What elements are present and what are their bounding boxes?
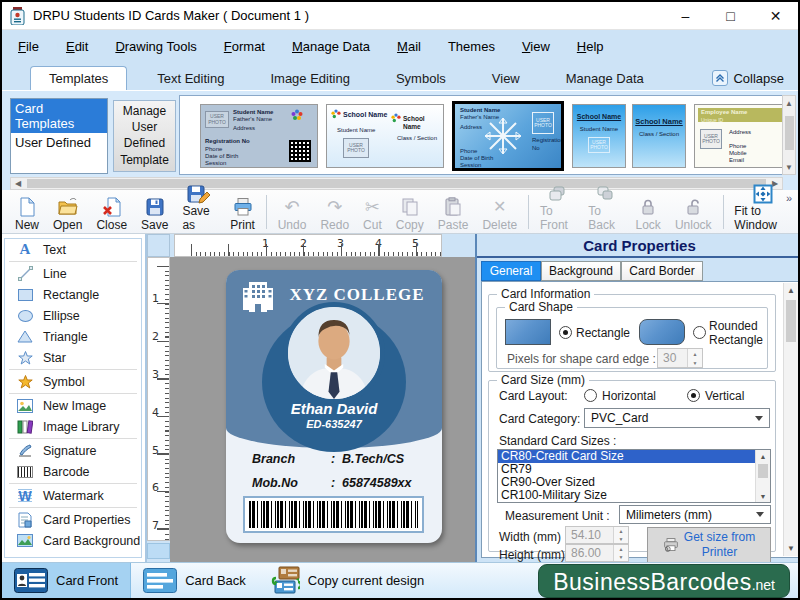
card-front-button[interactable]: Card Front (2, 563, 131, 599)
sidebar-item-new-image[interactable]: New Image (5, 395, 141, 416)
open-button[interactable]: Open (46, 192, 89, 232)
close-button[interactable]: ✕ (753, 2, 798, 29)
sidebar-item-text[interactable]: A Text (5, 239, 141, 260)
list-item-card-templates[interactable]: Card Templates (11, 99, 107, 133)
rounded-rectangle-radio[interactable] (693, 326, 706, 339)
tab-general[interactable]: General (481, 261, 541, 281)
scroll-down-icon[interactable]: ▼ (783, 160, 795, 174)
tab-text-editing[interactable]: Text Editing (141, 67, 240, 90)
card-mobile-row[interactable]: Mob.No : 65874589xx (252, 476, 430, 490)
template-thumb[interactable]: School Name Student Name USER PHOTO Scho… (326, 104, 444, 168)
sidebar-item-rectangle[interactable]: Rectangle (5, 284, 141, 305)
template-category-list[interactable]: Card Templates User Defined (10, 98, 108, 174)
id-card-design[interactable]: XYZ COLLEGE Ethan David ED-635247 Branch… (226, 270, 442, 543)
list-item-user-defined[interactable]: User Defined (11, 133, 107, 152)
spinner-arrows-icon[interactable]: ▲▼ (613, 527, 628, 543)
save-button[interactable]: Save (134, 192, 175, 232)
close-document-button[interactable]: Close (89, 192, 134, 232)
card-barcode[interactable] (243, 496, 424, 533)
menu-item-view[interactable]: View (522, 39, 550, 54)
sidebar-item-signature[interactable]: Signature (5, 440, 141, 461)
tab-symbols[interactable]: Symbols (380, 67, 462, 90)
spinner-arrows-icon[interactable]: ▲▼ (613, 545, 628, 561)
card-photo[interactable] (283, 302, 385, 404)
tab-view[interactable]: View (476, 67, 536, 90)
tab-templates[interactable]: Templates (30, 66, 127, 90)
scroll-up-icon[interactable]: ▲ (783, 96, 795, 110)
menu-item-help[interactable]: Help (577, 39, 604, 54)
list-item[interactable]: CR80-Credit Card Size (498, 450, 770, 463)
template-thumb[interactable]: Employee Name Unique ID USER PHOTO Addre… (694, 104, 783, 168)
maximize-button[interactable]: □ (708, 2, 753, 29)
card-holder-id[interactable]: ED-635247 (226, 418, 442, 430)
rounded-rectangle-shape-swatch[interactable] (639, 319, 685, 345)
sidebar-item-star[interactable]: Star (5, 347, 141, 368)
redo-button[interactable]: ↷ Redo (313, 192, 356, 232)
menu-item-themes[interactable]: Themes (448, 39, 495, 54)
to-back-button[interactable]: To Back (581, 192, 628, 232)
template-thumb-selected[interactable]: Student Name Father's Name Address USER … (452, 101, 564, 171)
save-as-button[interactable]: Save as (175, 192, 223, 232)
copy-current-design-button[interactable]: Copy current design (258, 563, 436, 599)
delete-button[interactable]: ✕ Delete (475, 192, 524, 232)
sidebar-item-card-properties[interactable]: Card Properties (5, 509, 141, 530)
height-input[interactable]: 86.00 ▲▼ (565, 544, 629, 562)
sidebar-item-barcode[interactable]: Barcode (5, 461, 141, 482)
undo-button[interactable]: ↶ Undo (271, 192, 314, 232)
to-front-button[interactable]: To Front (533, 192, 581, 232)
panel-scrollbar[interactable]: ▲ ▼ (783, 283, 798, 556)
sidebar-item-line[interactable]: Line (5, 263, 141, 284)
menu-item-edit[interactable]: Edit (66, 39, 88, 54)
sidebar-item-ellipse[interactable]: Ellipse (5, 305, 141, 326)
lock-button[interactable]: Lock (629, 192, 668, 232)
menu-item-format[interactable]: Format (224, 39, 265, 54)
minimize-button[interactable]: – (663, 2, 708, 29)
paste-button[interactable]: Paste (431, 192, 476, 232)
scroll-up-icon[interactable]: ▲ (756, 450, 770, 462)
template-horizontal-scrollbar[interactable]: ◀ ▶ (10, 177, 783, 190)
sidebar-item-image-library[interactable]: Image Library (5, 416, 141, 437)
tab-background[interactable]: Background (541, 261, 621, 281)
tab-card-border[interactable]: Card Border (621, 261, 703, 281)
scroll-down-icon[interactable]: ▼ (756, 490, 770, 502)
menu-item-drawing-tools[interactable]: Drawing Tools (115, 39, 196, 54)
sidebar-item-card-background[interactable]: Card Background (5, 530, 141, 551)
card-branch-row[interactable]: Branch : B.Tech/CS (252, 452, 430, 466)
get-size-from-printer-button[interactable]: Get size from Printer (647, 527, 771, 563)
scroll-up-icon[interactable]: ▲ (784, 283, 798, 298)
menu-item-file[interactable]: File (18, 39, 39, 54)
sidebar-item-triangle[interactable]: Triangle (5, 326, 141, 347)
pixels-input[interactable]: 30 ▲▼ (657, 348, 703, 368)
copy-button[interactable]: Copy (389, 192, 431, 232)
template-thumb[interactable]: School Name Class / Section (632, 104, 686, 168)
collapse-button[interactable]: Collapse (712, 70, 784, 90)
manage-user-defined-template-button[interactable]: Manage User Defined Template (113, 100, 176, 172)
standard-card-sizes-listbox[interactable]: CR80-Credit Card Size CR79 CR90-Over Siz… (497, 449, 771, 503)
sidebar-item-symbol[interactable]: Symbol (5, 371, 141, 392)
listbox-scrollbar[interactable]: ▲ ▼ (755, 450, 770, 502)
horizontal-radio[interactable] (584, 389, 597, 402)
tab-image-editing[interactable]: Image Editing (254, 67, 366, 90)
tab-manage-data[interactable]: Manage Data (550, 67, 660, 90)
template-vertical-scrollbar[interactable]: ▲ ▼ (782, 95, 796, 175)
menu-item-manage-data[interactable]: Manage Data (292, 39, 370, 54)
measurement-unit-select[interactable]: Milimeters (mm) (619, 505, 771, 524)
spinner-arrows-icon[interactable]: ▲▼ (687, 349, 702, 367)
toolbar-overflow-icon[interactable]: » (786, 192, 792, 204)
card-college-name[interactable]: XYZ COLLEGE (278, 285, 436, 305)
scroll-left-icon[interactable]: ◀ (11, 179, 25, 188)
width-input[interactable]: 54.10 ▲▼ (565, 526, 629, 544)
rectangle-radio[interactable] (559, 326, 572, 339)
card-category-select[interactable]: PVC_Card (584, 408, 770, 428)
list-item[interactable]: CR100-Military Size (498, 489, 770, 502)
cut-button[interactable]: ✂ Cut (356, 192, 389, 232)
menu-item-mail[interactable]: Mail (397, 39, 421, 54)
template-thumb[interactable]: USER PHOTO Student Name Father's Name Ad… (200, 104, 318, 168)
unlock-button[interactable]: Unlock (668, 192, 719, 232)
card-holder-name[interactable]: Ethan David (226, 400, 442, 417)
rectangle-shape-swatch[interactable] (505, 319, 551, 345)
design-canvas[interactable]: 1 2 3 4 5 1 2 3 4 5 6 7 XYZ COLLEGE (147, 234, 475, 562)
sidebar-item-watermark[interactable]: W Watermark (5, 485, 141, 506)
new-button[interactable]: New (8, 192, 46, 232)
scroll-down-icon[interactable]: ▼ (784, 541, 798, 556)
